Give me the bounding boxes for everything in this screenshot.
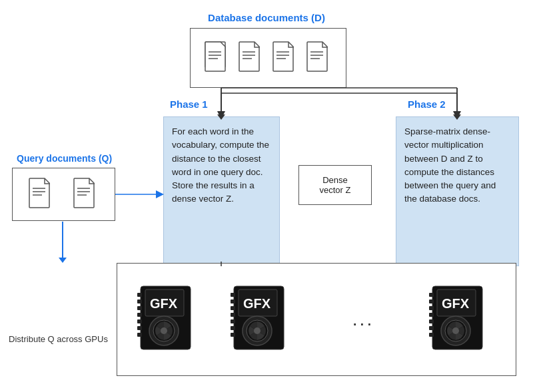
svg-text:GFX: GFX <box>442 296 470 311</box>
svg-rect-38 <box>231 326 235 330</box>
svg-text:GFX: GFX <box>150 296 178 311</box>
dense-vector-label: Densevector Z <box>320 175 351 195</box>
svg-point-31 <box>161 327 167 334</box>
svg-rect-35 <box>231 306 235 310</box>
gpu-icon-2: GFX <box>231 283 297 356</box>
svg-rect-26 <box>137 333 142 337</box>
db-docs-box <box>190 28 346 88</box>
svg-rect-34 <box>231 299 235 303</box>
phase1-label: Phase 1 <box>170 98 208 110</box>
svg-rect-52 <box>429 333 434 337</box>
svg-rect-46 <box>429 293 434 297</box>
svg-point-57 <box>452 327 459 334</box>
svg-rect-39 <box>231 333 235 337</box>
svg-rect-49 <box>429 313 434 317</box>
svg-rect-22 <box>137 306 142 310</box>
svg-rect-50 <box>429 319 434 323</box>
gpu-icon-1: GFX <box>137 283 204 356</box>
doc-icon-1 <box>205 41 230 75</box>
doc-icon-2 <box>239 41 264 75</box>
doc-icon-3 <box>272 41 298 75</box>
phase2-box: Sparse-matrix dense-vector multiplicatio… <box>396 116 519 266</box>
gpu-ellipsis: ... <box>324 309 402 330</box>
distribute-label: Distribute Q across GPUs <box>7 333 110 346</box>
svg-rect-24 <box>137 319 142 323</box>
svg-text:GFX: GFX <box>243 296 271 311</box>
svg-rect-48 <box>429 306 434 310</box>
query-docs-label: Query documents (Q) <box>17 153 112 164</box>
phase1-box: For each word in the vocabulary, compute… <box>163 116 280 266</box>
dense-vector-box: Densevector Z <box>298 165 372 205</box>
svg-rect-37 <box>231 319 235 323</box>
query-doc-icon-1 <box>29 178 54 211</box>
svg-rect-23 <box>137 313 142 317</box>
phase2-label: Phase 2 <box>408 98 446 110</box>
phase1-description: For each word in the vocabulary, compute… <box>172 126 269 204</box>
diagram-container: Database documents (D) <box>0 0 533 392</box>
phase2-description: Sparse-matrix dense-vector multiplicatio… <box>404 126 496 204</box>
db-docs-label: Database documents (D) <box>193 12 340 23</box>
svg-rect-51 <box>429 326 434 330</box>
query-doc-icon-2 <box>73 178 99 211</box>
query-to-gpu-arrow <box>62 222 63 258</box>
svg-rect-36 <box>231 313 235 317</box>
gpu-cluster-box: GFX <box>117 263 516 376</box>
svg-rect-21 <box>137 299 142 303</box>
svg-rect-20 <box>137 293 142 297</box>
svg-rect-25 <box>137 326 142 330</box>
gpu-icon-3: GFX <box>429 283 496 356</box>
svg-point-44 <box>254 327 261 334</box>
doc-icon-4 <box>306 41 332 75</box>
svg-rect-33 <box>231 293 235 297</box>
query-docs-box <box>12 168 115 221</box>
svg-rect-47 <box>429 299 434 303</box>
